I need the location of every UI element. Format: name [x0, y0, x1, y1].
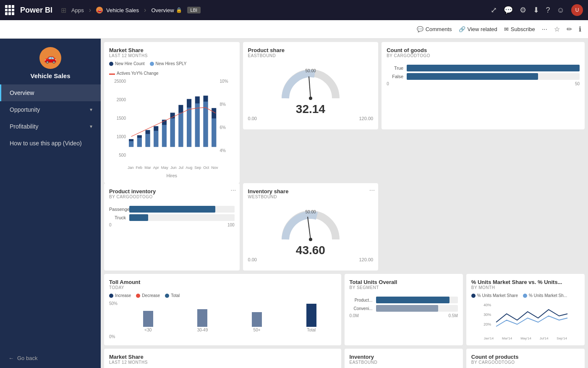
- svg-rect-16: [145, 134, 150, 147]
- svg-rect-21: [187, 108, 191, 147]
- hbar-track-false: [407, 73, 580, 80]
- toll-legend-decrease: Decrease: [136, 293, 160, 298]
- inv-more-btn[interactable]: ···: [369, 187, 375, 194]
- count-goods-chart: True False 050: [387, 61, 580, 88]
- units-ms-title: % Units Market Share vs. % Units...: [471, 279, 580, 285]
- feedback-icon[interactable]: ☺: [557, 6, 564, 15]
- chevron-down-icon: ▾: [90, 107, 92, 113]
- conveni-track: [376, 305, 458, 312]
- toll-group-lt30: <30: [123, 302, 173, 332]
- units-ms-x-labels: Jan'14Mar'14May'14Jul'14Sep'14: [471, 336, 580, 340]
- sidebar: 🚗 Vehicle Sales Overview Opportunity ▾ P…: [0, 39, 101, 368]
- inventory-axis: 0100: [109, 223, 235, 227]
- apps-nav-item[interactable]: Apps: [71, 7, 84, 13]
- legend-actives: Actives YoY% Change: [109, 71, 159, 76]
- nav-sep1: ›: [89, 6, 91, 14]
- product-fill: [376, 297, 450, 303]
- expand-icon[interactable]: ⤢: [491, 5, 497, 15]
- bookmark-icon[interactable]: ☆: [554, 25, 560, 33]
- passenger-track: [129, 206, 235, 213]
- svg-rect-18: [162, 125, 167, 147]
- inventory-share-card: ··· Inventory share WESTBOUND 50.00 43.6…: [243, 183, 379, 271]
- legend-dot-1: [109, 62, 113, 66]
- hires-label: Hires: [109, 173, 235, 178]
- product-track: [376, 297, 458, 303]
- toll-dot-2: [136, 294, 140, 298]
- view-related-btn[interactable]: 🔗 View related: [459, 26, 497, 32]
- count-goods-subtitle: BY CARGOODTOGO: [387, 53, 580, 58]
- conveni-label: Conveni...: [350, 306, 373, 311]
- conveni-row: Conveni...: [350, 305, 458, 312]
- vehicle-sales-nav[interactable]: 🚗 Vehicle Sales: [96, 7, 139, 13]
- gauge-svg: 50.00: [277, 65, 344, 103]
- svg-point-26: [309, 238, 312, 241]
- download-icon[interactable]: ⬇: [533, 5, 539, 15]
- toll-group-total: Total: [287, 302, 336, 332]
- go-back-btn[interactable]: ← Go back: [0, 348, 101, 368]
- toll-amount-card: Toll Amount TODAY Increase Decrease: [104, 274, 341, 345]
- svg-text:40%: 40%: [483, 303, 491, 307]
- hbar-row-true: True: [387, 65, 580, 71]
- market-share-svg: [128, 79, 218, 163]
- toll-legend-total: Total: [165, 293, 180, 298]
- product-inventory-title: Product inventory: [109, 188, 235, 195]
- help-icon[interactable]: ?: [546, 6, 550, 15]
- truck-row: Truck: [109, 214, 235, 221]
- product-share-value: 32.14: [296, 103, 325, 116]
- hbar-axis: 050: [387, 81, 580, 86]
- total-units-title: Total Units Overall: [350, 279, 458, 285]
- more-options-icon[interactable]: ···: [542, 26, 547, 33]
- svg-text:50.00: 50.00: [305, 210, 316, 214]
- toll-bars-50plus: [252, 302, 262, 327]
- count-products-bottom-card: Count of products BY CARGOODTOGO True Fa…: [466, 349, 585, 368]
- svg-line-25: [308, 217, 311, 239]
- total-units-chart: Product... Conveni... 0.0M: [350, 293, 458, 320]
- toll-legend: Increase Decrease Total: [109, 293, 336, 298]
- user-avatar[interactable]: U: [571, 4, 583, 16]
- hbar-label-true: True: [387, 66, 403, 71]
- apps-grid-icon[interactable]: [5, 5, 15, 15]
- product-share-subtitle: EASTBOUND: [248, 53, 374, 58]
- legend-new-hire: New Hire Count: [109, 61, 145, 66]
- sidebar-logo: 🚗 Vehicle Sales: [0, 39, 101, 84]
- market-share-chart-area: 25000200015001000500: [109, 79, 235, 171]
- units-ms-leg2: % Units Market Sh...: [523, 293, 567, 298]
- svg-rect-19: [170, 118, 175, 147]
- svg-rect-15: [137, 138, 142, 147]
- logo-icon: 🚗: [39, 47, 61, 69]
- count-goods-title: Count of goods: [387, 47, 580, 53]
- hbar-track-true: [407, 65, 580, 71]
- product-share-gauge: 50.00 32.14 0.00 120.00: [248, 61, 374, 124]
- row4: Market Share LAST 12 MONTHS New Hire Cou…: [104, 349, 585, 368]
- svg-point-1: [309, 97, 312, 100]
- chat-icon[interactable]: 💬: [504, 5, 513, 15]
- ms-bottom-subtitle: LAST 12 MONTHS: [109, 360, 336, 365]
- svg-text:20%: 20%: [483, 322, 491, 326]
- gauge-labels: 0.00 120.00: [248, 116, 374, 121]
- product-label: Product...: [350, 298, 373, 302]
- toll-dot-1: [109, 294, 113, 298]
- product-row: Product...: [350, 297, 458, 303]
- subscribe-icon: ✉: [504, 26, 509, 32]
- toll-title: Toll Amount: [109, 279, 336, 285]
- inventory-share-subtitle: WESTBOUND: [248, 195, 374, 199]
- sidebar-menu: Overview Opportunity ▾ Profitability ▾ H…: [0, 84, 101, 348]
- row1: Product share EASTBOUND 50.00: [104, 42, 585, 183]
- more-options-btn[interactable]: ···: [230, 187, 236, 194]
- inventory-share-gauge: 50.00 43.60 0.00 120.00: [248, 202, 374, 265]
- settings-icon[interactable]: ⚙: [520, 5, 526, 15]
- sidebar-item-opportunity[interactable]: Opportunity ▾: [0, 101, 101, 118]
- count-prod-bot-subtitle: BY CARGOODTOGO: [471, 360, 580, 365]
- nav-sep2: ›: [144, 6, 146, 14]
- sidebar-item-howto[interactable]: How to use this app (Video): [0, 135, 101, 152]
- sidebar-item-overview[interactable]: Overview: [0, 84, 101, 101]
- subscribe-btn[interactable]: ✉ Subscribe: [504, 26, 535, 32]
- sidebar-item-profitability[interactable]: Profitability ▾: [0, 118, 101, 135]
- edit-icon[interactable]: ✏: [567, 25, 572, 33]
- comments-btn[interactable]: 💬 Comments: [417, 26, 452, 32]
- y-axis-left: 25000200015001000500: [109, 79, 126, 171]
- inv-bot-title: Inventory: [350, 354, 458, 360]
- info-icon[interactable]: ℹ: [579, 25, 581, 33]
- product-inventory-card: ··· Product inventory BY CARGOODTOGO Pas…: [104, 183, 240, 271]
- overview-nav[interactable]: Overview 🔒: [151, 7, 182, 13]
